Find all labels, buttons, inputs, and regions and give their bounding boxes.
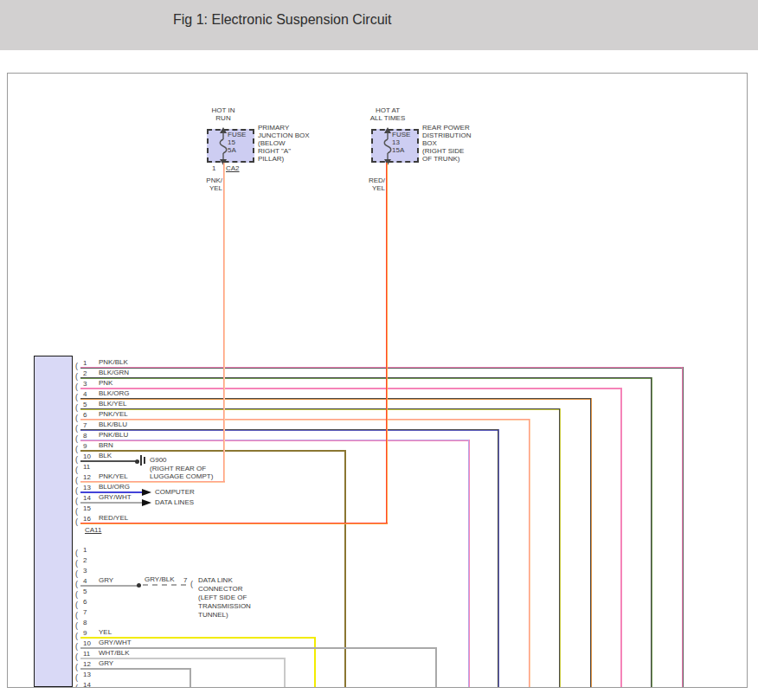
computer-label: COMPUTER [155, 488, 195, 496]
pin-number: 5 [83, 588, 87, 595]
wire-label: YEL [99, 628, 112, 636]
pin-terminal: ( [75, 362, 78, 370]
wire-drop-gry-wht [435, 647, 437, 687]
wire-blk-org [80, 398, 592, 400]
wire-gry-wht [80, 647, 437, 649]
pin-number: 6 [83, 411, 87, 419]
pin-terminal: ( [75, 382, 78, 391]
fuse-amps: 15A [392, 146, 404, 154]
wire-blk-blu [80, 429, 499, 431]
wire-label: RED/YEL [99, 514, 128, 522]
page-title: Fig 1: Electronic Suspension Circuit [173, 12, 392, 28]
fuse-number: 13 [392, 138, 400, 146]
wire-pnk [80, 388, 622, 389]
wiring-diagram-page: Fig 1: Electronic Suspension Circuit HOT… [0, 0, 758, 700]
pin-terminal: ( [75, 434, 78, 443]
wire-label: BLK/ORG [99, 389, 130, 397]
wire-drop-pnk-blu [468, 440, 470, 687]
wire-label: GRY/WHT [99, 493, 132, 501]
pin-terminal: ( [75, 673, 78, 682]
fuse13-feed-wire [386, 163, 388, 523]
wire-drop-blk-grn [651, 377, 652, 687]
wire-drop-yel [314, 637, 316, 687]
pin-terminal: ( [75, 590, 78, 599]
fuse-15-pin-number: 1 [212, 164, 215, 172]
connector-ca11-label: CA11 [85, 526, 101, 534]
pin-terminal: ( [75, 549, 78, 557]
wire-pnk-blk [80, 367, 684, 369]
pin-number: 11 [83, 463, 90, 471]
pin-number: 7 [83, 421, 87, 429]
dlc-pin-number: 7 [183, 576, 187, 584]
wire-drop-blk-org [590, 398, 592, 687]
wire-pnk-blu [80, 440, 470, 441]
pin-number: 2 [83, 369, 87, 377]
wire-label: GRY [99, 659, 113, 667]
wire-label-gry-blk: GRY/BLK [145, 575, 175, 583]
pin-number: 13 [83, 671, 91, 678]
pin-number: 14 [83, 494, 91, 502]
pin-terminal: ( [75, 663, 78, 671]
wire-label-pnk-yel: PNK/YEL [196, 177, 222, 192]
pin-terminal: ( [75, 611, 78, 620]
pin-number: 13 [83, 484, 91, 491]
pin-number: 10 [83, 639, 91, 647]
wire-label: PNK [99, 379, 112, 387]
connector-block [34, 356, 73, 687]
wire-drop-gry [190, 668, 191, 687]
pin-terminal: ( [75, 424, 78, 433]
data-line-arrow-icon [142, 499, 151, 506]
wire-label: GRY [99, 576, 113, 584]
wire-blk-yel [80, 408, 561, 410]
pin-number: 16 [83, 515, 91, 523]
pin-number: 4 [83, 390, 87, 398]
wire-drop-brn [344, 450, 346, 687]
wire-brn [80, 450, 346, 452]
pin-number: 2 [83, 556, 87, 564]
wire-label: BLK/BLU [99, 421, 127, 428]
pin-terminal: ( [75, 580, 78, 588]
pin-terminal: ( [75, 372, 78, 381]
splice-dot [137, 583, 141, 588]
wire-blk [80, 460, 139, 462]
wire-label: BLU/ORG [99, 483, 130, 491]
fuse-name: FUSE [228, 131, 246, 138]
pin-number: 8 [83, 619, 87, 626]
pin-terminal: ( [75, 569, 78, 578]
wire-drop-pnk-yel [529, 419, 530, 687]
hot-at-all-times-label: HOT ATALL TIMES [357, 106, 418, 122]
wire-label: BLK [99, 452, 112, 459]
wire-gry [80, 585, 139, 587]
ground-icon [144, 457, 145, 464]
pin-terminal: ( [75, 652, 78, 661]
hot-in-run-label: HOT INRUN [193, 106, 254, 122]
pin-number: 6 [83, 598, 87, 606]
pin-terminal: ( [75, 497, 78, 505]
connector-ca2-label: CA2 [226, 164, 240, 172]
ground-desc: (RIGHT REAR OF [150, 465, 206, 472]
wire-label: GRY/WHT [99, 639, 132, 646]
computer-label: DATA LINES [155, 498, 194, 506]
wire-drop-pnk-blk [682, 367, 684, 687]
pin-terminal: ( [75, 414, 78, 422]
pin-number: 7 [83, 608, 87, 616]
pin-number: 4 [83, 577, 87, 585]
wire-gry-blk-dashed [143, 584, 186, 586]
pin-number: 9 [83, 629, 87, 637]
wire-drop-blk-yel [559, 408, 561, 687]
fuse-15-location-label: PRIMARYJUNCTION BOX (BELOWRIGHT "A" PILL… [258, 124, 310, 163]
wire-label: PNK/YEL [99, 472, 128, 480]
pin-terminal: ( [75, 445, 78, 453]
data-line-arrow-icon [142, 489, 151, 496]
fuse-number: 15 [228, 138, 235, 146]
pin-terminal: ( [75, 684, 78, 688]
pin-terminal: ( [75, 632, 78, 640]
pin-terminal: ( [75, 455, 78, 464]
wire-pnk-yel [80, 419, 530, 421]
pin-number: 1 [83, 359, 87, 367]
pin-number: 8 [83, 432, 87, 440]
pin-terminal: ( [75, 621, 78, 630]
figure-title-banner: Fig 1: Electronic Suspension Circuit [0, 0, 758, 50]
fuse-amps: 5A [228, 146, 236, 154]
pin-number: 11 [83, 650, 90, 658]
